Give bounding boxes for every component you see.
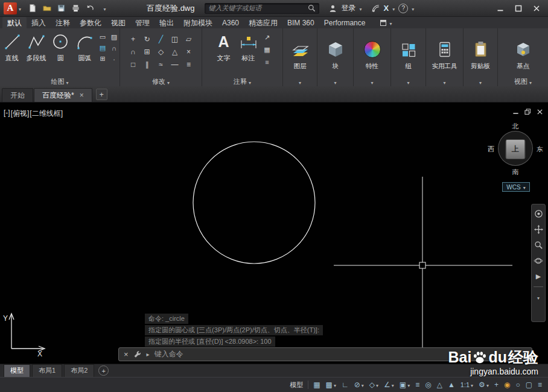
viewcube-south-label[interactable]: 南 [512,168,519,177]
group-icon[interactable] [398,39,419,60]
navigation-wheel-button[interactable] [533,208,544,219]
chevron-down-icon[interactable] [376,381,378,389]
viewcube[interactable]: 北 上 西 东 南 [488,122,543,180]
object-snap-toggle[interactable]: ▣ [397,379,412,391]
layers-icon[interactable] [290,39,310,60]
revision-cloud-tool[interactable]: ∩ [109,43,119,53]
orbit-button[interactable] [533,255,544,266]
minimize-button[interactable] [491,2,509,15]
point-tool[interactable]: ∙ [109,54,119,64]
chevron-down-icon[interactable] [407,381,410,389]
panel-footer-view[interactable]: 视图 [498,77,548,86]
panel-footer-clipboard[interactable] [464,77,497,86]
layout-tab-layout1[interactable]: 布局1 [32,364,62,378]
pan-button[interactable] [533,224,544,235]
chevron-down-icon[interactable] [392,4,395,13]
copy-tool[interactable]: ◫ [168,33,182,45]
polar-tracking-toggle[interactable]: ⊘ [352,379,366,391]
grid-display-toggle[interactable]: ▦ [311,379,322,391]
isometric-drafting-toggle[interactable]: ◇ [367,379,381,391]
new-drawing-tab-button[interactable] [96,89,107,100]
arc-tool[interactable]: 圆弧 [73,30,97,77]
graphics-performance-button[interactable]: ◉ [502,379,512,391]
drawing-close-button[interactable] [537,109,543,117]
offset-tool[interactable]: ∥ [141,58,154,71]
block-icon[interactable] [325,39,346,60]
file-tab-current[interactable]: 百度经验* [34,88,92,102]
text-style-tool[interactable]: ≡ [261,56,273,68]
hatch-tool[interactable]: ▨ [109,32,119,42]
properties-color-wheel-icon[interactable] [362,39,383,60]
viewcube-west-label[interactable]: 西 [488,145,494,154]
measure-tool[interactable]: ≈ [155,58,168,71]
gradient-tool[interactable]: ▤ [97,43,108,53]
lineweight-toggle[interactable]: ≡ [413,379,422,391]
multileader-tool[interactable]: ↗ [261,32,273,43]
edit-polyline-tool[interactable]: ≡ [182,58,196,71]
panel-footer-layers[interactable] [283,77,317,86]
qat-overflow-button[interactable] [100,3,110,13]
panel-footer-annotate[interactable]: 注释 [202,77,282,86]
help-search-box[interactable]: 键入关键字或短语 [205,3,319,14]
open-file-button[interactable] [42,3,52,13]
circle-entity[interactable] [193,142,315,264]
maximize-button[interactable] [509,2,527,15]
utilities-calculator-icon[interactable] [435,39,455,60]
ribbon-tab-view[interactable]: 视图 [106,17,130,28]
viewcube-east-label[interactable]: 东 [537,145,543,154]
panel-footer-properties[interactable] [354,77,390,86]
panel-footer-draw[interactable]: 绘图 [0,77,119,86]
polyline-tool[interactable]: 多段线 [24,30,48,77]
mirror-tool[interactable]: ▱ [182,33,196,45]
rotate-tool[interactable]: ↻ [141,33,154,45]
workspace-switching-button[interactable]: ⚙ [476,379,491,391]
move-tool[interactable]: + [127,33,140,45]
drawing-restore-button[interactable] [524,109,531,117]
array-tool[interactable]: ⊞ [141,46,154,58]
viewport-visual-style-control[interactable]: [二维线框] [30,109,63,119]
drawing-minimize-button[interactable] [512,109,519,117]
help-button[interactable]: ? [398,4,408,13]
annotation-autoscale-toggle[interactable]: ▲ [445,379,457,391]
customize-wrench-icon[interactable] [133,350,142,359]
scale-tool[interactable]: △ [168,46,182,58]
new-layout-button[interactable] [98,365,109,376]
showmotion-button[interactable]: ▶ [533,271,544,282]
exchange-apps-button[interactable]: X [384,4,389,13]
navbar-menu-button[interactable] [533,292,544,303]
snap-mode-toggle[interactable]: ▩ [323,379,339,391]
ribbon-tab-annotate[interactable]: 注释 [51,17,75,28]
command-input[interactable]: 键入命令 [155,349,183,359]
ortho-mode-toggle[interactable]: ∟ [339,379,351,391]
new-file-button[interactable] [27,3,37,13]
undo-button[interactable] [85,3,95,13]
ribbon-tab-manage[interactable]: 管理 [130,17,155,28]
chevron-down-icon[interactable] [334,381,336,389]
close-command-line-icon[interactable] [124,350,129,358]
ribbon-display-options-button[interactable] [380,17,392,28]
ribbon-tab-bim360[interactable]: BIM 360 [282,17,319,28]
chevron-down-icon[interactable] [486,381,489,389]
drawing-canvas[interactable]: Y X [-] [俯视] [二维线框] 北 上 西 东 南 WCS [0,103,548,364]
chevron-down-icon[interactable] [359,4,362,13]
file-tab-start[interactable]: 开始 [2,88,33,102]
panel-footer-block[interactable] [317,77,353,86]
clean-screen-button[interactable]: ▢ [523,379,535,391]
circle-tool[interactable]: 圆 [49,30,72,77]
dimension-tool[interactable]: 标注 [237,30,261,77]
isolate-objects-button[interactable]: ○ [513,379,522,391]
fillet-tool[interactable]: ∩ [127,46,140,58]
line-tool[interactable]: 直线 [0,30,24,77]
rectangle-tool[interactable]: ▭ [97,32,108,42]
viewcube-top-face[interactable]: 上 [506,139,526,159]
zoom-button[interactable] [533,239,544,250]
viewport-view-control[interactable]: [俯视] [11,109,30,119]
save-button[interactable] [56,3,66,13]
panel-footer-group[interactable] [391,77,425,86]
chevron-down-icon[interactable] [392,381,394,389]
annotation-scale-button[interactable]: 1:1 [458,379,476,391]
ribbon-tab-a360[interactable]: A360 [217,17,244,28]
ribbon-tab-featured-apps[interactable]: 精选应用 [244,17,282,28]
chevron-down-icon[interactable] [471,381,473,388]
text-tool[interactable]: A 文字 [212,30,236,77]
